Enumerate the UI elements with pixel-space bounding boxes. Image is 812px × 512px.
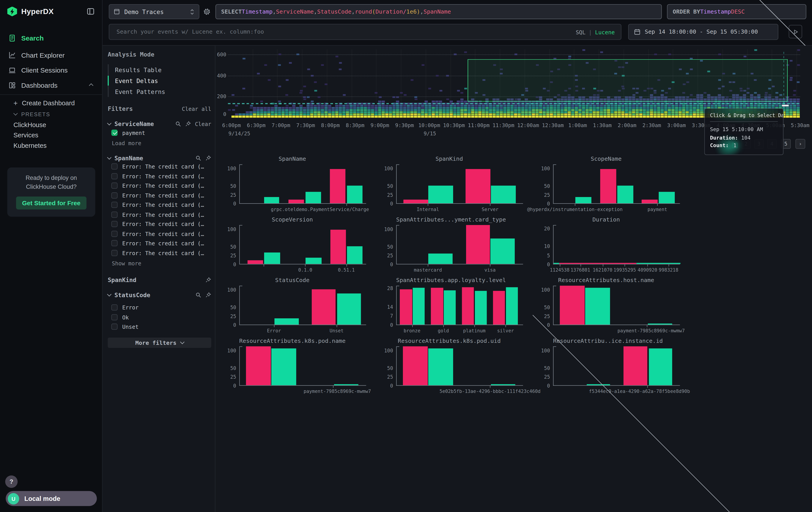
search-icon[interactable] xyxy=(195,155,201,161)
filter-checkbox-row[interactable]: payment xyxy=(108,128,211,137)
bar-green[interactable] xyxy=(585,288,610,325)
filter-section-spanname[interactable]: SpanName xyxy=(108,154,211,162)
mini-chart-plot[interactable] xyxy=(239,164,366,204)
bar-green[interactable] xyxy=(617,186,633,203)
checkbox[interactable] xyxy=(111,183,118,189)
checkbox[interactable] xyxy=(111,212,118,218)
pin-icon[interactable] xyxy=(205,155,211,161)
filter-checkbox-row[interactable]: Error: The credit card (… xyxy=(108,172,211,181)
presets-toggle[interactable]: PRESETS xyxy=(0,109,102,119)
bar-green[interactable] xyxy=(264,197,280,203)
bar-pink[interactable] xyxy=(466,225,490,264)
help-button[interactable]: ? xyxy=(5,476,18,488)
bar-pink[interactable] xyxy=(431,288,443,325)
sidebar-item-services[interactable]: Services xyxy=(0,130,102,141)
checkbox[interactable] xyxy=(111,221,118,227)
bar-green[interactable] xyxy=(337,294,361,325)
bar-pink[interactable] xyxy=(330,169,346,203)
checkbox[interactable] xyxy=(111,324,118,330)
sidebar-item-kubernetes[interactable]: Kubernetes xyxy=(0,140,102,151)
mini-chart-plot[interactable] xyxy=(396,286,523,325)
filter-checkbox-row[interactable]: Error: The credit card (… xyxy=(108,219,211,228)
bar-green[interactable] xyxy=(306,192,321,203)
clear-all-button[interactable]: Clear all xyxy=(182,106,211,112)
analysis-mode-option-event-patterns[interactable]: Event Patterns xyxy=(109,86,211,97)
analysis-mode-option-event-deltas[interactable]: Event Deltas xyxy=(109,75,211,86)
pin-icon[interactable] xyxy=(185,121,191,127)
checkbox[interactable] xyxy=(111,130,118,136)
filter-checkbox-row[interactable]: Error: The credit card (… xyxy=(108,248,211,258)
mini-chart-plot[interactable] xyxy=(396,164,523,204)
mini-chart-plot[interactable] xyxy=(553,286,680,325)
load-more-button[interactable]: Load more xyxy=(108,139,211,146)
bar-green[interactable] xyxy=(475,291,487,325)
bar-green[interactable] xyxy=(306,258,321,264)
bar-pink[interactable] xyxy=(466,169,490,203)
filter-checkbox-row[interactable]: Error: The credit card (… xyxy=(108,181,211,190)
pin-icon[interactable] xyxy=(205,277,211,283)
bar-pink[interactable] xyxy=(246,347,270,385)
filter-section-statuscode[interactable]: StatusCode xyxy=(108,291,211,298)
bar-green[interactable] xyxy=(274,318,299,325)
checkbox[interactable] xyxy=(111,231,118,237)
bar-green[interactable] xyxy=(264,253,280,264)
checkbox[interactable] xyxy=(111,240,118,246)
filter-section-spankind[interactable]: SpanKind xyxy=(108,276,211,284)
bar-green[interactable] xyxy=(412,288,425,325)
bar-pink[interactable] xyxy=(642,200,658,203)
bar-green[interactable] xyxy=(272,348,296,385)
mini-chart-plot[interactable] xyxy=(396,225,523,265)
sidebar-item-dashboards[interactable]: Dashboards xyxy=(4,79,98,91)
filter-checkbox-row[interactable]: Error: The credit card (… xyxy=(108,200,211,210)
filter-checkbox-row[interactable]: Error: The credit card (… xyxy=(108,191,211,200)
filter-section-servicename[interactable]: ServiceName Clear xyxy=(108,120,211,128)
bar-pink[interactable] xyxy=(403,347,428,385)
bar-pink[interactable] xyxy=(600,169,616,203)
checkbox[interactable] xyxy=(111,314,118,320)
search-icon[interactable] xyxy=(175,121,181,127)
filter-checkbox-row[interactable]: Error: The credit card (… xyxy=(108,239,211,248)
bar-pink[interactable] xyxy=(289,200,304,203)
sidebar-collapse-icon[interactable] xyxy=(86,7,95,16)
bar-pink[interactable] xyxy=(624,347,647,385)
mini-chart-plot[interactable] xyxy=(239,286,366,325)
source-settings-gear-icon[interactable] xyxy=(203,8,211,16)
create-dashboard-button[interactable]: + Create Dashboard xyxy=(0,98,102,108)
sidebar-item-clickhouse[interactable]: ClickHouse xyxy=(0,120,102,130)
source-select[interactable]: Demo Traces xyxy=(109,4,199,19)
bar-pink[interactable] xyxy=(330,230,346,264)
bar-green[interactable] xyxy=(491,239,515,264)
bar-green[interactable] xyxy=(506,287,518,325)
bar-green[interactable] xyxy=(491,186,516,203)
bar-green[interactable] xyxy=(347,186,362,203)
mini-chart-plot[interactable] xyxy=(553,164,680,204)
bar-green[interactable] xyxy=(347,246,362,264)
clear-filter-button[interactable]: Clear xyxy=(195,121,211,127)
bar-green[interactable] xyxy=(648,323,672,325)
bar-pink[interactable] xyxy=(560,286,584,325)
bar-pink[interactable] xyxy=(400,289,412,325)
get-started-button[interactable]: Get Started for Free xyxy=(16,196,86,210)
bar-pink[interactable] xyxy=(462,287,474,325)
search-icon[interactable] xyxy=(195,292,201,298)
checkbox[interactable] xyxy=(111,304,118,311)
mini-chart-plot[interactable] xyxy=(553,225,680,265)
pagination-next-button[interactable]: › xyxy=(795,139,805,149)
filter-checkbox-row[interactable]: Error: The credit card (… xyxy=(108,229,211,238)
analysis-mode-option-results-table[interactable]: Results Table xyxy=(109,64,211,75)
bar-green[interactable] xyxy=(444,291,456,325)
checkbox[interactable] xyxy=(111,202,118,208)
bar-green[interactable] xyxy=(334,384,358,385)
filter-checkbox-row[interactable]: Error: The credit card (… xyxy=(108,210,211,219)
bar-green[interactable] xyxy=(429,186,453,203)
bar-green[interactable] xyxy=(649,348,672,385)
filter-checkbox-row[interactable]: Error: The credit card (… xyxy=(108,162,211,171)
mini-chart-plot[interactable] xyxy=(239,346,366,386)
bar-pink[interactable] xyxy=(493,291,505,325)
user-menu[interactable]: U Local mode xyxy=(6,491,97,506)
mini-chart-plot[interactable] xyxy=(239,225,366,265)
heatmap-selection-region[interactable] xyxy=(468,59,787,102)
bar-pink[interactable] xyxy=(248,261,263,264)
bar-green[interactable] xyxy=(575,197,591,203)
checkbox[interactable] xyxy=(111,250,118,256)
